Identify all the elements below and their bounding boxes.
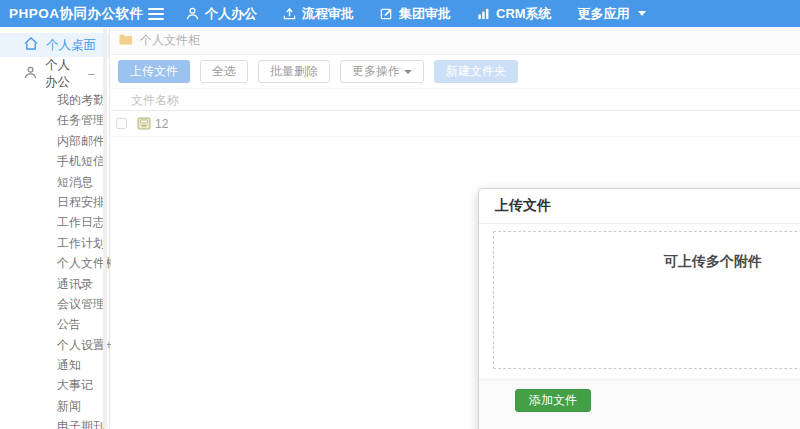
sidebar-item-announcements[interactable]: 公告 [0, 314, 109, 334]
nav-workflow-approval[interactable]: 流程审批 [283, 5, 354, 23]
sidebar-scrollbar[interactable] [103, 27, 107, 429]
edit-icon [380, 7, 393, 20]
collapse-icon[interactable]: − [87, 67, 95, 82]
sidebar-group-personal-office[interactable]: 个人办公 − [0, 61, 109, 87]
upload-icon [283, 7, 296, 20]
new-folder-button[interactable]: 新建文件夹 [434, 60, 518, 83]
sidebar-item-memorabilia[interactable]: 大事记 [0, 375, 109, 395]
sidebar-item-personal-settings[interactable]: 个人设置 + [0, 335, 109, 355]
caret-down-icon [638, 11, 646, 16]
modal-title: 上传文件 [479, 189, 800, 224]
modal-footer: 添加文件 [479, 379, 800, 429]
sidebar-item-e-journal[interactable]: 电子期刊 [0, 416, 109, 429]
sidebar-submenu: 我的考勤 任务管理 内部邮件 手机短信 短消息 日程安排 工作日志 工作计划 个… [0, 90, 109, 429]
breadcrumb: 个人文件柜 [111, 27, 800, 55]
modal-body: 可上传多个附件 [479, 224, 800, 379]
upload-file-button[interactable]: 上传文件 [118, 60, 190, 83]
file-name-column-header: 文件名称 [131, 92, 179, 109]
dropzone-hint: 可上传多个附件 [494, 253, 800, 271]
app-logo: PHPOA协同办公软件 [0, 5, 148, 23]
sidebar-item-work-plan[interactable]: 工作计划 [0, 233, 109, 253]
bar-chart-icon [477, 7, 490, 20]
row-checkbox[interactable] [116, 118, 127, 129]
user-icon [24, 66, 37, 82]
home-icon [24, 37, 38, 53]
menu-toggle-icon[interactable] [148, 0, 168, 27]
sidebar: 个人桌面 个人办公 − 我的考勤 任务管理 内部邮件 手机短信 短消息 日程安排… [0, 27, 110, 429]
top-navigation: 个人办公 流程审批 集团审批 CRM系统 更多应用 [186, 5, 646, 23]
sidebar-item-desktop[interactable]: 个人桌面 [0, 33, 109, 57]
table-row[interactable]: 12 [111, 111, 800, 137]
sidebar-item-meetings[interactable]: 会议管理 [0, 294, 109, 314]
sidebar-item-file-cabinet[interactable]: 个人文件柜 [0, 253, 109, 273]
nav-group-approval[interactable]: 集团审批 [380, 5, 451, 23]
sidebar-item-internal-mail[interactable]: 内部邮件 [0, 131, 109, 151]
sidebar-item-contacts[interactable]: 通讯录 [0, 274, 109, 294]
sidebar-item-sms[interactable]: 手机短信 [0, 151, 109, 171]
select-all-button[interactable]: 全选 [200, 60, 248, 83]
nav-crm-system[interactable]: CRM系统 [477, 5, 552, 23]
sidebar-item-work-log[interactable]: 工作日志 [0, 212, 109, 232]
page-title: 个人文件柜 [140, 32, 200, 49]
caret-down-icon [404, 70, 412, 74]
toolbar: 上传文件 全选 批量删除 更多操作 新建文件夹 [111, 55, 800, 89]
folder-icon [119, 34, 133, 48]
table-header: 文件名称 [111, 91, 800, 111]
batch-delete-button[interactable]: 批量删除 [258, 60, 330, 83]
more-actions-button[interactable]: 更多操作 [340, 60, 424, 83]
add-file-button[interactable]: 添加文件 [515, 389, 591, 412]
sidebar-item-short-message[interactable]: 短消息 [0, 172, 109, 192]
user-icon [186, 7, 199, 20]
sidebar-item-attendance[interactable]: 我的考勤 [0, 90, 109, 110]
nav-more-apps[interactable]: 更多应用 [578, 5, 646, 23]
sidebar-item-schedule[interactable]: 日程安排 [0, 192, 109, 212]
sidebar-item-news[interactable]: 新闻 [0, 396, 109, 416]
nav-personal-office[interactable]: 个人办公 [186, 5, 257, 23]
topbar: PHPOA协同办公软件 个人办公 流程审批 集团审批 CRM系统 [0, 0, 800, 27]
upload-dropzone[interactable]: 可上传多个附件 [493, 231, 800, 369]
file-cabinet-icon [137, 117, 151, 130]
upload-modal: 上传文件 可上传多个附件 添加文件 [478, 188, 800, 429]
sidebar-item-notifications[interactable]: 通知 [0, 355, 109, 375]
sidebar-item-tasks[interactable]: 任务管理 [0, 110, 109, 130]
file-name[interactable]: 12 [155, 117, 168, 131]
